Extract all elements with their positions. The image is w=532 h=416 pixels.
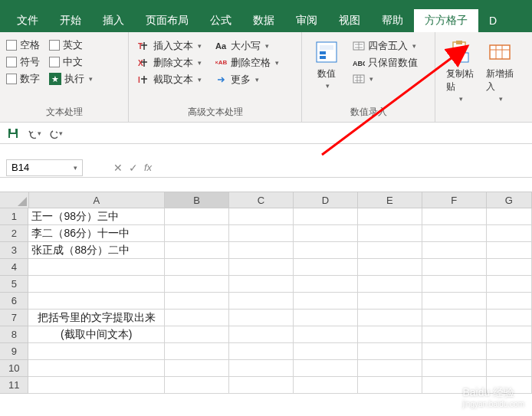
cell-C9[interactable] [229,343,294,360]
btn-insert-text[interactable]: T插入文本▾ [135,38,205,54]
cell-D5[interactable] [294,276,358,293]
cell-E9[interactable] [358,343,422,360]
cell-B9[interactable] [165,343,229,360]
cell-F4[interactable] [422,259,487,276]
chk-space[interactable]: 空格 [6,38,40,52]
cell-A10[interactable] [28,360,165,377]
cell-A6[interactable] [28,293,165,310]
cell-C2[interactable] [229,225,294,242]
row-header[interactable]: 7 [0,310,28,326]
cell-C6[interactable] [229,293,294,310]
cell-D11[interactable] [294,377,358,394]
undo-button[interactable]: ▾ [28,126,41,140]
enter-formula-button[interactable]: ✓ [129,162,138,174]
save-button[interactable] [6,126,20,140]
chk-en[interactable]: 英文 [49,38,93,52]
name-box[interactable]: B14 ▾ [6,159,83,176]
cell-E11[interactable] [358,377,422,394]
col-header-F[interactable]: F [422,192,487,208]
cell-E7[interactable] [358,310,422,326]
select-all-corner[interactable] [0,192,29,208]
tab-data[interactable]: 数据 [242,9,285,32]
cell-D1[interactable] [294,208,358,225]
tab-insert[interactable]: 插入 [92,9,135,32]
cell-G5[interactable] [487,276,532,293]
cell-F1[interactable] [422,208,487,225]
tab-ffgz[interactable]: 方方格子 [414,9,478,32]
tab-help[interactable]: 帮助 [371,9,414,32]
btn-delete-text[interactable]: X删除文本▾ [135,55,205,70]
btn-case[interactable]: Aa大小写▾ [212,38,282,54]
fx-icon[interactable]: fx [144,162,152,174]
cell-B2[interactable] [165,225,229,242]
cell-G7[interactable] [487,310,532,326]
row-header[interactable]: 10 [0,360,28,377]
row-header[interactable]: 6 [0,293,28,310]
cell-E5[interactable] [358,276,422,293]
chk-num[interactable]: 数字 [6,72,40,86]
cell-C4[interactable] [229,259,294,276]
cell-B4[interactable] [165,259,229,276]
cell-G8[interactable] [487,326,532,343]
cell-A11[interactable] [28,377,165,394]
cell-B11[interactable] [165,377,229,394]
chk-cn[interactable]: 中文 [49,55,93,69]
cell-D3[interactable] [294,242,358,259]
chk-exec[interactable]: ★执行▾ [49,72,93,86]
cell-D8[interactable] [294,326,358,343]
tab-formulas[interactable]: 公式 [199,9,242,32]
row-header[interactable]: 2 [0,225,28,242]
cell-A2[interactable]: 李二（86分）十一中 [28,225,165,242]
cell-A9[interactable] [28,343,165,360]
row-header[interactable]: 1 [0,208,28,225]
col-header-C[interactable]: C [229,192,294,208]
cell-F5[interactable] [422,276,487,293]
cell-E10[interactable] [358,360,422,377]
tab-file[interactable]: 文件 [6,9,49,32]
cell-G4[interactable] [487,259,532,276]
cell-F10[interactable] [422,360,487,377]
cell-G10[interactable] [487,360,532,377]
cell-A4[interactable] [28,259,165,276]
cell-D2[interactable] [294,225,358,242]
tab-view[interactable]: 视图 [328,9,371,32]
cell-B10[interactable] [165,360,229,377]
cell-A8[interactable]: (截取中间文本) [28,326,165,343]
cell-F2[interactable] [422,225,487,242]
cell-B3[interactable] [165,242,229,259]
cell-E1[interactable] [358,208,422,225]
cell-D9[interactable] [294,343,358,360]
cell-B7[interactable] [165,310,229,326]
cell-A1[interactable]: 王一（98分）三中 [28,208,165,225]
tab-home[interactable]: 开始 [49,9,92,32]
tab-d[interactable]: D [478,9,507,32]
col-header-G[interactable]: G [487,192,532,208]
cell-F3[interactable] [422,242,487,259]
cell-C3[interactable] [229,242,294,259]
cell-D4[interactable] [294,259,358,276]
tab-review[interactable]: 审阅 [285,9,328,32]
cell-G1[interactable] [487,208,532,225]
btn-copy-paste[interactable]: 复制粘贴▾ [442,35,478,106]
cancel-formula-button[interactable]: ✕ [113,162,123,174]
tab-pagelayout[interactable]: 页面布局 [135,9,199,32]
row-header[interactable]: 4 [0,259,28,276]
cell-E8[interactable] [358,326,422,343]
cell-C10[interactable] [229,360,294,377]
cell-C7[interactable] [229,310,294,326]
cell-F6[interactable] [422,293,487,310]
cell-A7[interactable]: 把括号里的文字提取出来 [28,310,165,326]
cell-B5[interactable] [165,276,229,293]
btn-more[interactable]: 更多▾ [212,72,282,87]
btn-round[interactable]: 四舍五入▾ [350,38,421,54]
cell-C1[interactable] [229,208,294,225]
cell-G2[interactable] [487,225,532,242]
cell-F8[interactable] [422,326,487,343]
row-header[interactable]: 11 [0,377,28,394]
btn-extra[interactable]: ▾ [350,72,421,86]
row-header[interactable]: 5 [0,276,28,293]
row-header[interactable]: 3 [0,242,28,259]
cell-D6[interactable] [294,293,358,310]
col-header-B[interactable]: B [165,192,229,208]
cell-G9[interactable] [487,343,532,360]
